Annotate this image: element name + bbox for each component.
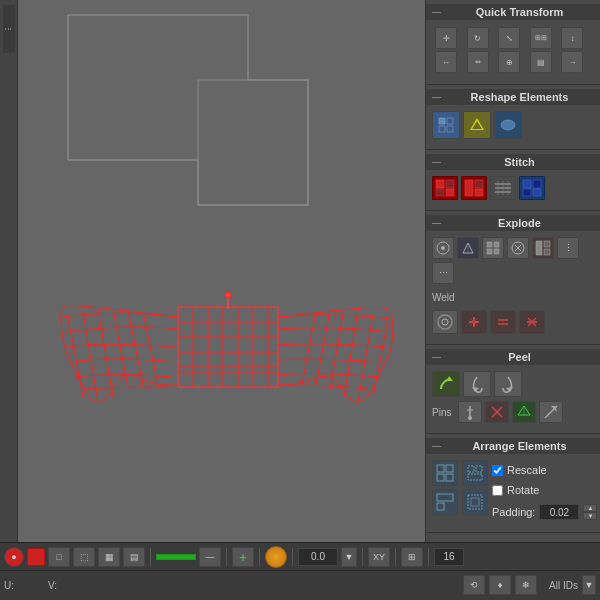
qt-right-icon[interactable]: → — [561, 51, 583, 73]
svg-line-23 — [330, 309, 344, 389]
peel-icon-2[interactable] — [463, 371, 491, 397]
explode-icon-6[interactable]: ⋮ — [557, 237, 579, 259]
qt-move-icon[interactable]: ✛ — [435, 27, 457, 49]
value-input[interactable] — [298, 548, 338, 566]
size-input[interactable] — [434, 548, 464, 566]
pins-icon-4[interactable] — [539, 401, 563, 423]
peel-header[interactable]: — Peel — [426, 349, 600, 365]
qt-scale-icon[interactable]: ⤡ — [498, 27, 520, 49]
arrange-left-icons — [432, 460, 458, 522]
explode-header[interactable]: — Explode — [426, 215, 600, 231]
tb-tool-2[interactable]: ⬚ — [73, 547, 95, 567]
weld-label: Weld — [426, 290, 600, 304]
reshape-icon-2[interactable] — [463, 111, 491, 139]
arrange-content: Rescale Rotate Padding: ▲ — [426, 454, 600, 528]
rescale-checkbox[interactable] — [492, 465, 503, 476]
tb-tool-4[interactable]: ▤ — [123, 547, 145, 567]
left-tool-1[interactable]: ⋮ — [2, 4, 16, 54]
rotate-label: Rotate — [507, 484, 539, 496]
svg-rect-40 — [475, 180, 483, 188]
toolbar-row-top: ● □ ⬚ ▦ ▤ — + ▼ XY ⊞ — [0, 543, 600, 571]
peel-content: Pins — [426, 365, 600, 429]
tb-dropdown[interactable]: ▼ — [341, 547, 357, 567]
svg-point-65 — [438, 315, 452, 329]
explode-icon-3[interactable] — [482, 237, 504, 259]
qt-center-icon[interactable]: ⊕ — [498, 51, 520, 73]
explode-icon-5[interactable] — [532, 237, 554, 259]
arrange-mid-icons — [462, 460, 488, 522]
qt-vertical-icon[interactable]: ↕ — [561, 27, 583, 49]
toolbar-row-bottom: U: V: ⟲ ♦ ❄ All IDs ▼ — [0, 571, 600, 599]
weld-icon-4[interactable] — [519, 310, 545, 334]
tb-id-dropdown[interactable]: ▼ — [582, 575, 596, 595]
qt-h-flip-icon[interactable]: ↔ — [435, 51, 457, 73]
weld-icon-2[interactable] — [461, 310, 487, 334]
tb-plus-icon[interactable]: + — [232, 547, 254, 567]
stitch-icon-2[interactable] — [461, 176, 487, 200]
explode-icon-7[interactable]: ⋯ — [432, 262, 454, 284]
viewport[interactable] — [18, 0, 425, 542]
svg-rect-93 — [437, 494, 453, 501]
svg-rect-58 — [494, 249, 499, 254]
padding-arrows: ▲ ▼ — [583, 504, 597, 520]
weld-icon-3[interactable] — [490, 310, 516, 334]
svg-line-19 — [143, 312, 158, 385]
tb-sep-3 — [259, 548, 260, 566]
qt-align-icon[interactable]: ▤ — [530, 51, 552, 73]
peel-icon-1[interactable] — [432, 371, 460, 397]
pins-icon-2[interactable] — [485, 401, 509, 423]
tb-bottom-icon-1[interactable]: ⟲ — [463, 575, 485, 595]
arrange-icon-4[interactable] — [462, 489, 488, 515]
id-label: All IDs — [549, 580, 578, 591]
arrange-title: Arrange Elements — [445, 440, 594, 452]
svg-rect-96 — [476, 466, 482, 472]
reshape-section: — Reshape Elements — [426, 85, 600, 150]
tb-sun-icon[interactable] — [265, 546, 287, 568]
stitch-icon-3[interactable] — [490, 176, 516, 200]
svg-rect-49 — [533, 180, 541, 188]
tb-tool-3[interactable]: ▦ — [98, 547, 120, 567]
explode-icon-2[interactable] — [457, 237, 479, 259]
stitch-icon-1[interactable] — [432, 176, 458, 200]
arrange-section: — Arrange Elements — [426, 434, 600, 533]
tb-grid-toggle[interactable]: ⊞ — [401, 547, 423, 567]
tb-tool-1[interactable]: □ — [48, 547, 70, 567]
reshape-icons-row — [432, 109, 594, 141]
quick-transform-header[interactable]: — Quick Transform — [426, 4, 600, 20]
qt-rotate-icon[interactable]: ↻ — [467, 27, 489, 49]
arrange-header[interactable]: — Arrange Elements — [426, 438, 600, 454]
arrange-icon-2[interactable] — [432, 489, 458, 515]
weld-icon-1[interactable] — [432, 310, 458, 334]
tb-bottom-icon-2[interactable]: ♦ — [489, 575, 511, 595]
pins-icon-1[interactable] — [458, 401, 482, 423]
arrange-icon-1[interactable] — [432, 460, 458, 486]
tb-sep-6 — [395, 548, 396, 566]
tb-red-square[interactable] — [27, 548, 45, 566]
arrange-icon-3[interactable] — [462, 460, 488, 486]
tb-minus-icon[interactable]: — — [199, 547, 221, 567]
svg-rect-90 — [446, 465, 453, 472]
padding-down-arrow[interactable]: ▼ — [583, 512, 597, 520]
v-label: V: — [48, 580, 57, 591]
pins-icon-3[interactable] — [512, 401, 536, 423]
tb-select-icon[interactable]: ● — [4, 547, 24, 567]
reshape-icon-3[interactable] — [494, 111, 522, 139]
explode-icon-1[interactable] — [432, 237, 454, 259]
peel-icon-3[interactable] — [494, 371, 522, 397]
explode-icon-4[interactable] — [507, 237, 529, 259]
padding-input[interactable] — [539, 504, 579, 520]
tb-sep-7 — [428, 548, 429, 566]
reshape-header[interactable]: — Reshape Elements — [426, 89, 600, 105]
stitch-icon-4[interactable] — [519, 176, 545, 200]
padding-up-arrow[interactable]: ▲ — [583, 504, 597, 512]
rotate-checkbox[interactable] — [492, 485, 503, 496]
tb-bottom-icon-3[interactable]: ❄ — [515, 575, 537, 595]
reshape-icon-1[interactable] — [432, 111, 460, 139]
qt-grid-icon[interactable]: ⊞⊞ — [530, 27, 552, 49]
qt-arrow2-icon[interactable]: ⇔ — [467, 51, 489, 73]
weld-icons-row — [432, 308, 594, 336]
tb-axis-icon[interactable]: XY — [368, 547, 390, 567]
svg-rect-50 — [523, 189, 531, 196]
pins-row: Pins — [432, 399, 594, 425]
stitch-header[interactable]: — Stitch — [426, 154, 600, 170]
